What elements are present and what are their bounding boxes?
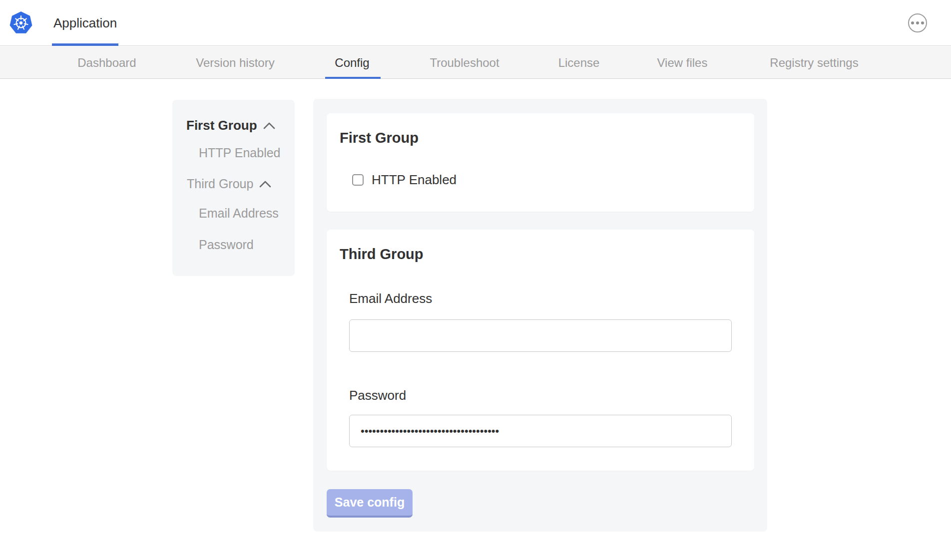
chevron-up-icon: [259, 181, 271, 188]
sidebar-item-label: Email Address: [199, 206, 279, 221]
group-title: First Group: [340, 130, 419, 146]
email-address-label: Email Address: [349, 291, 432, 306]
kubernetes-logo-icon: [9, 11, 33, 35]
http-enabled-checkbox[interactable]: [352, 174, 364, 186]
sidebar-group-label: Third Group: [187, 177, 253, 191]
config-group-third-group: Third Group Email Address Password: [327, 230, 754, 471]
sidebar-group-third-group[interactable]: Third Group: [187, 177, 271, 191]
password-input[interactable]: [349, 415, 732, 447]
active-tab-underline: [52, 43, 118, 46]
config-sidebar: First Group HTTP Enabled Third Group Ema…: [172, 100, 295, 276]
active-subnav-underline: [325, 77, 381, 79]
config-content: First Group HTTP Enabled Third Group Ema…: [313, 99, 767, 532]
save-config-button[interactable]: Save config: [327, 489, 413, 518]
tab-version-history[interactable]: Version history: [196, 46, 274, 79]
tab-view-files[interactable]: View files: [657, 46, 708, 79]
config-group-first-group: First Group HTTP Enabled: [327, 113, 754, 212]
tab-config[interactable]: Config: [335, 46, 369, 79]
tab-troubleshoot[interactable]: Troubleshoot: [430, 46, 499, 79]
save-config-label: Save config: [335, 495, 405, 509]
sidebar-item-password[interactable]: Password: [199, 238, 254, 252]
group-title: Third Group: [340, 246, 424, 263]
tab-registry-settings[interactable]: Registry settings: [770, 46, 858, 79]
tab-dashboard[interactable]: Dashboard: [77, 46, 136, 79]
app-subnav: Dashboard Version history Config Trouble…: [0, 46, 951, 79]
app-header: Application: [0, 0, 951, 46]
email-address-input[interactable]: [349, 319, 732, 352]
sidebar-item-email-address[interactable]: Email Address: [199, 206, 279, 221]
sidebar-group-first-group[interactable]: First Group: [186, 118, 275, 133]
ellipsis-icon: [911, 21, 914, 24]
http-enabled-field: HTTP Enabled: [352, 172, 457, 188]
tab-license[interactable]: License: [558, 46, 600, 79]
tab-application[interactable]: Application: [52, 0, 118, 46]
sidebar-item-http-enabled[interactable]: HTTP Enabled: [199, 146, 281, 160]
overflow-menu-button[interactable]: [908, 13, 927, 32]
sidebar-item-label: Password: [199, 238, 254, 252]
app-window: Application Dashboard Version history Co…: [0, 0, 951, 560]
password-label: Password: [349, 388, 406, 403]
tab-application-label: Application: [53, 15, 117, 31]
sidebar-item-label: HTTP Enabled: [199, 146, 281, 160]
chevron-up-icon: [263, 122, 275, 129]
sidebar-group-label: First Group: [186, 118, 257, 133]
http-enabled-label: HTTP Enabled: [372, 172, 457, 188]
